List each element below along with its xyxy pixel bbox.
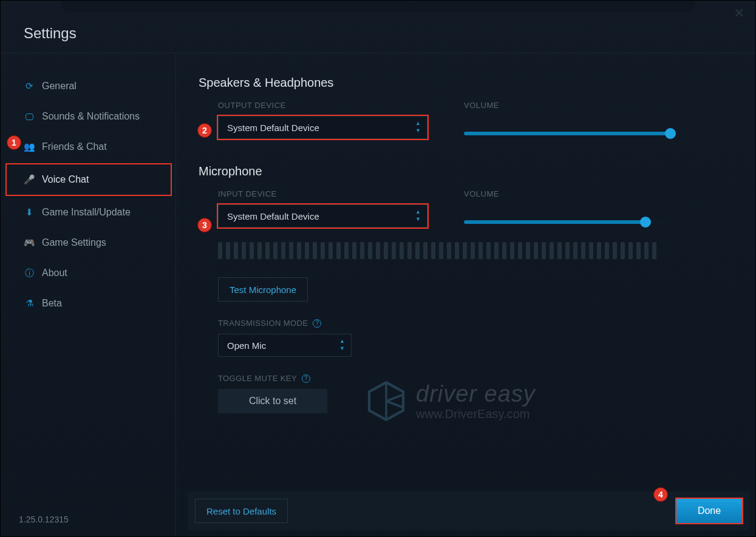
output-device-value: System Default Device bbox=[227, 123, 319, 133]
top-shadow bbox=[61, 1, 695, 12]
output-volume-slider[interactable] bbox=[464, 132, 670, 135]
divider bbox=[1, 53, 755, 53]
reset-defaults-button[interactable]: Reset to Defaults bbox=[195, 499, 288, 523]
watermark-logo-icon bbox=[365, 380, 407, 422]
output-device-label: OUTPUT DEVICE bbox=[218, 101, 427, 110]
people-icon: 👥 bbox=[24, 141, 35, 152]
sidebar-item-label: Game Install/Update bbox=[42, 207, 131, 218]
sidebar: ⟳ General 🖵 Sounds & Notifications 👥 Fri… bbox=[1, 59, 177, 536]
sidebar-item-beta[interactable]: ⚗ Beta bbox=[1, 288, 177, 319]
toggle-mute-key-button[interactable]: Click to set bbox=[218, 389, 327, 413]
sidebar-item-label: Friends & Chat bbox=[42, 141, 107, 152]
sidebar-item-friends[interactable]: 👥 Friends & Chat bbox=[1, 132, 177, 162]
watermark-url: www.DriverEasy.com bbox=[416, 407, 536, 421]
input-volume-slider[interactable] bbox=[464, 220, 670, 224]
flask-icon: ⚗ bbox=[24, 298, 35, 309]
output-device-select[interactable]: System Default Device ▲▼ bbox=[218, 116, 427, 139]
input-volume-label: VOLUME bbox=[464, 189, 673, 198]
input-device-value: System Default Device bbox=[227, 211, 319, 221]
sidebar-item-about[interactable]: ⓘ About bbox=[1, 258, 177, 288]
updown-icon: ▲▼ bbox=[415, 120, 421, 133]
transmission-mode-value: Open Mic bbox=[227, 340, 266, 351]
done-button[interactable]: Done bbox=[676, 499, 742, 523]
refresh-icon: ⟳ bbox=[24, 81, 35, 92]
download-icon: ⬇ bbox=[24, 207, 35, 218]
mic-icon: 🎤 bbox=[24, 174, 35, 185]
sidebar-item-label: Beta bbox=[42, 298, 62, 309]
version-text: 1.25.0.12315 bbox=[19, 515, 69, 524]
help-icon[interactable]: ? bbox=[313, 319, 321, 328]
sidebar-item-label: General bbox=[42, 81, 77, 92]
sidebar-item-label: Voice Chat bbox=[42, 174, 89, 185]
watermark-title: driver easy bbox=[416, 381, 536, 407]
screen-icon: 🖵 bbox=[24, 112, 35, 122]
svg-line-2 bbox=[386, 395, 403, 402]
page-title: Settings bbox=[24, 25, 77, 42]
sidebar-item-voice-chat[interactable]: 🎤 Voice Chat bbox=[7, 164, 171, 195]
transmission-mode-label: TRANSMISSION MODE ? bbox=[218, 319, 743, 328]
output-volume-label: VOLUME bbox=[464, 101, 673, 110]
sidebar-item-label: About bbox=[42, 268, 67, 279]
transmission-mode-select[interactable]: Open Mic ▲▼ bbox=[218, 334, 352, 357]
gamepad-icon: 🎮 bbox=[24, 237, 35, 248]
watermark: driver easy www.DriverEasy.com bbox=[365, 380, 693, 422]
test-microphone-button[interactable]: Test Microphone bbox=[218, 277, 308, 302]
input-device-label: INPUT DEVICE bbox=[218, 189, 427, 198]
sidebar-item-label: Sounds & Notifications bbox=[42, 111, 140, 122]
sidebar-item-label: Game Settings bbox=[42, 237, 106, 248]
sidebar-item-install[interactable]: ⬇ Game Install/Update bbox=[1, 197, 177, 228]
mic-level-meter bbox=[218, 242, 743, 259]
info-icon: ⓘ bbox=[24, 268, 35, 279]
updown-icon: ▲▼ bbox=[339, 338, 345, 351]
help-icon[interactable]: ? bbox=[302, 374, 310, 383]
updown-icon: ▲▼ bbox=[415, 209, 421, 222]
svg-line-3 bbox=[386, 401, 403, 408]
close-icon[interactable]: ✕ bbox=[734, 5, 744, 21]
input-device-select[interactable]: System Default Device ▲▼ bbox=[218, 204, 427, 228]
section-heading-microphone: Microphone bbox=[199, 164, 743, 178]
annotation-badge-1: 1 bbox=[7, 135, 21, 150]
content-panel: Speakers & Headphones OUTPUT DEVICE Syst… bbox=[188, 59, 743, 488]
sidebar-item-general[interactable]: ⟳ General bbox=[1, 71, 177, 101]
annotation-badge-2: 2 bbox=[197, 123, 212, 138]
annotation-badge-4: 4 bbox=[653, 487, 668, 502]
sidebar-item-sounds[interactable]: 🖵 Sounds & Notifications bbox=[1, 101, 177, 132]
annotation-badge-3: 3 bbox=[197, 218, 212, 232]
section-heading-speakers: Speakers & Headphones bbox=[199, 76, 743, 90]
settings-window: ✕ Settings ⟳ General 🖵 Sounds & Notifica… bbox=[0, 0, 756, 537]
sidebar-item-game-settings[interactable]: 🎮 Game Settings bbox=[1, 228, 177, 258]
